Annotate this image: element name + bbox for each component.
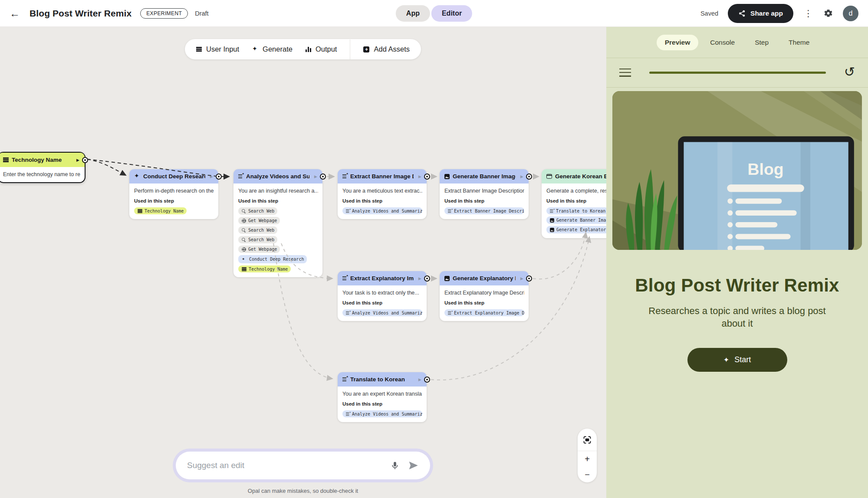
chip-label: Search Web [248, 209, 274, 213]
text-generate-icon [550, 209, 554, 212]
reference-chip[interactable]: Technology Name [238, 265, 291, 272]
reference-chip[interactable]: Technology Name [134, 207, 187, 214]
output-port[interactable] [424, 275, 430, 282]
avatar[interactable]: d [843, 6, 858, 21]
microphone-icon[interactable] [386, 456, 404, 475]
reference-chip[interactable]: Conduct Deep Research [238, 255, 307, 263]
menu-hamburger-icon[interactable] [619, 69, 631, 77]
text-generate-icon [448, 209, 452, 212]
run-step-icon[interactable]: ▶ [418, 377, 421, 382]
start-label: Start [734, 355, 751, 364]
zoom-in-button[interactable]: + [578, 451, 597, 467]
reference-chip[interactable]: Generate Banner Image [546, 216, 606, 224]
reference-chip[interactable]: Search Web [238, 236, 277, 243]
preview-app-title: Blog Post Writer Remix [606, 275, 868, 296]
reference-chip[interactable]: Analyze Videos and Summarize i… [342, 309, 422, 316]
chip-label: Search Web [248, 237, 274, 242]
node-body: Extract Banner Image DescriptionUsed in … [440, 183, 529, 219]
suggest-edit-input[interactable] [187, 461, 386, 470]
fit-to-screen-icon[interactable] [578, 429, 597, 451]
run-step-icon[interactable]: ▶ [418, 276, 421, 281]
node-generate-banner-image[interactable]: Generate Banner Image▶Extract Banner Ima… [440, 169, 529, 219]
reference-chip[interactable]: Get Webpage [238, 217, 280, 224]
output-port[interactable] [526, 275, 532, 282]
settings-gear-icon[interactable] [823, 8, 833, 18]
output-port[interactable] [82, 157, 88, 163]
add-user-input-button[interactable]: User Input [196, 45, 239, 53]
reference-chip[interactable]: Analyze Videos and Summarize i… [342, 207, 422, 214]
tab-editor[interactable]: Editor [431, 5, 472, 22]
share-app-button[interactable]: Share app [728, 4, 793, 23]
restart-icon[interactable]: ↺ [844, 66, 855, 79]
used-in-step-label: Used in this step [238, 198, 318, 203]
search-icon [242, 209, 246, 213]
back-arrow-icon[interactable]: ← [10, 7, 20, 20]
node-header: Technology Name▶ [0, 153, 85, 167]
start-button[interactable]: ✦ Start [687, 348, 787, 372]
node-description: You are an expert Korean transla... [342, 391, 422, 397]
run-step-icon[interactable]: ▶ [520, 174, 523, 179]
node-extract-explanatory-image[interactable]: Extract Explanatory Ima...▶Your task is … [338, 271, 427, 321]
workflow-canvas[interactable]: User Input Generate Output Add Assets Te… [0, 27, 606, 498]
output-port[interactable] [216, 174, 222, 180]
run-step-icon[interactable]: ▶ [76, 158, 79, 162]
node-header: Generate Banner Image▶ [440, 169, 529, 183]
used-in-step-label: Used in this step [444, 198, 524, 203]
search-icon [242, 238, 246, 242]
reference-chip[interactable]: Search Web [238, 207, 277, 215]
node-translate-to-korean[interactable]: Translate to Korean▶You are an expert Ko… [338, 372, 427, 422]
node-generate-korean-blog-post[interactable]: Generate Korean Blog P...▶Generate a com… [542, 169, 606, 238]
preview-app-subtitle: Researches a topic and writes a blog pos… [642, 305, 833, 330]
tab-console[interactable]: Console [702, 35, 743, 50]
zoom-out-button[interactable]: − [578, 467, 597, 482]
output-port[interactable] [526, 174, 532, 180]
output-port[interactable] [424, 174, 430, 180]
add-generate-button[interactable]: Generate [252, 45, 293, 53]
suggest-edit-inner [176, 452, 430, 479]
more-options-icon[interactable]: ⋮ [803, 8, 814, 19]
draft-status: Draft [195, 10, 208, 17]
chip-label: Generate Explanatory Image [556, 227, 606, 232]
node-extract-banner-image-description[interactable]: Extract Banner Image D...▶You are a meti… [338, 169, 427, 219]
node-conduct-deep-research[interactable]: Conduct Deep Research▶Perform in-depth r… [129, 169, 218, 219]
reference-chip[interactable]: Get Webpage [238, 246, 280, 253]
reference-chips: Translate to KoreanGenerate Banner Image… [546, 207, 606, 233]
run-step-icon[interactable]: ▶ [210, 174, 213, 179]
output-port[interactable] [424, 377, 430, 383]
search-icon [242, 228, 246, 233]
reference-chip[interactable]: Extract Explanatory Image Desc… [444, 309, 524, 316]
reference-chip[interactable]: Extract Banner Image Descripti… [444, 207, 524, 214]
chip-label: Get Webpage [248, 247, 277, 252]
share-icon [738, 10, 746, 17]
node-description: Generate a complete, responsive ... [546, 188, 606, 194]
share-label: Share app [750, 10, 783, 17]
node-technology-name[interactable]: Technology Name▶Enter the technology nam… [0, 152, 85, 183]
send-icon[interactable] [404, 456, 422, 475]
reference-chip[interactable]: Analyze Videos and Summarize i… [342, 410, 422, 417]
node-body: Extract Explanatory Image Descri...Used … [440, 285, 529, 321]
output-port[interactable] [320, 174, 326, 180]
tab-theme[interactable]: Theme [780, 35, 818, 50]
text-generate-icon [346, 311, 350, 314]
add-output-button[interactable]: Output [306, 45, 337, 53]
run-step-icon[interactable]: ▶ [418, 174, 421, 179]
chip-label: Analyze Videos and Summarize i… [352, 412, 422, 416]
node-generate-explanatory-image[interactable]: Generate Explanatory I...▶Extract Explan… [440, 271, 529, 321]
reference-chip[interactable]: Translate to Korean [546, 207, 606, 214]
suggest-edit-bar [173, 449, 433, 482]
reference-chip[interactable]: Generate Explanatory Image [546, 226, 606, 233]
run-step-icon[interactable]: ▶ [314, 174, 317, 179]
node-title: Translate to Korean [350, 376, 414, 383]
add-assets-plus-icon [363, 46, 369, 52]
chip-label: Extract Explanatory Image Desc… [454, 311, 524, 315]
tab-step[interactable]: Step [746, 35, 777, 50]
generate-icon [134, 174, 140, 180]
add-assets-button[interactable]: Add Assets [363, 45, 410, 53]
node-analyze-videos-and-summarize[interactable]: Analyze Videos and Sum...▶You are an ins… [233, 169, 322, 277]
chip-label: Translate to Korean [556, 209, 605, 213]
tab-app[interactable]: App [396, 5, 430, 22]
chip-label: Technology Name [145, 209, 184, 213]
reference-chip[interactable]: Search Web [238, 226, 277, 234]
tab-preview[interactable]: Preview [657, 35, 699, 50]
run-step-icon[interactable]: ▶ [520, 276, 523, 281]
